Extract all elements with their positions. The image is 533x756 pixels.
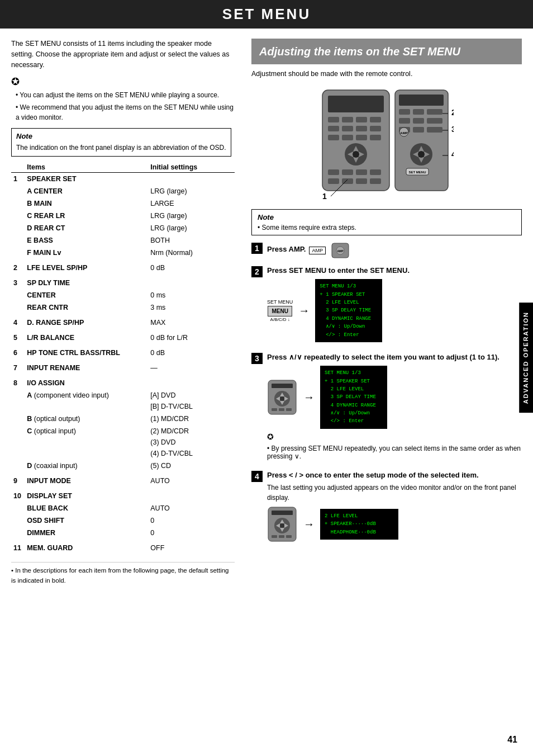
arrow-icon-2: → <box>303 391 315 404</box>
svg-rect-29 <box>399 94 444 106</box>
step-4-content: Press < / > once to enter the setup mode… <box>267 470 522 542</box>
row-val: Nrm (Normal) <box>148 247 235 259</box>
adjustment-note: Adjustment should be made with the remot… <box>251 70 522 78</box>
table-row: A CENTER LRG (large) <box>11 185 235 197</box>
row-num: 9 <box>11 472 25 487</box>
sun-icon: ✪ <box>11 75 235 88</box>
row-num: 7 <box>11 359 25 374</box>
bullet-item: You can adjust the items on the SET MENU… <box>16 90 235 100</box>
step-4-detail: The last setting you adjusted appears on… <box>267 483 522 503</box>
page-title: SET MENU <box>0 6 533 23</box>
side-tab-text: ADVANCED OPERATION <box>522 311 529 404</box>
svg-point-19 <box>353 151 359 158</box>
svg-rect-27 <box>370 178 381 184</box>
svg-rect-13 <box>370 135 381 140</box>
svg-text:3,6: 3,6 <box>451 125 454 134</box>
row-val: 0 ms <box>148 289 235 301</box>
row-item: INPUT RENAME <box>25 359 148 374</box>
svg-rect-24 <box>328 178 339 184</box>
arrow-icon-3: → <box>303 518 315 531</box>
col-header-num <box>11 162 25 173</box>
svg-rect-81 <box>286 535 292 538</box>
step-num-4: 4 <box>251 471 263 482</box>
svg-point-78 <box>280 523 284 528</box>
row-val: 3 ms <box>148 301 235 314</box>
row-val: — <box>148 359 235 374</box>
row-val: MAX <box>148 314 235 329</box>
set-menu-screen-1: SET MENU 1/3 + 1 SPEAKER SET 2 LFE LEVEL… <box>315 279 382 342</box>
svg-rect-79 <box>272 535 277 538</box>
row-item: DISPLAY SET <box>25 487 148 502</box>
svg-text:4,5: 4,5 <box>451 150 454 159</box>
note-box: Note The indication on the front panel d… <box>11 128 231 157</box>
row-item: B MAIN <box>25 197 148 210</box>
row-val: LRG (large) <box>148 210 235 222</box>
page-number: 41 <box>507 735 517 745</box>
row-item: C REAR LR <box>25 210 148 222</box>
row-val: LARGE <box>148 197 235 210</box>
row-val: 0 dB <box>148 344 235 359</box>
row-val: LRG (large) <box>148 222 235 234</box>
side-tab: ADVANCED OPERATION <box>519 303 533 413</box>
svg-rect-23 <box>370 169 381 175</box>
table-row: D (coaxial input) (5) CD <box>11 460 235 472</box>
note-label: Note <box>16 132 226 140</box>
row-val: LRG (large) <box>148 185 235 197</box>
step-3-sub-bullet: By pressing SET MENU repeatedly, you can… <box>267 445 522 460</box>
table-row: D REAR CT LRG (large) <box>11 222 235 234</box>
row-item: L/R BALANCE <box>25 329 148 344</box>
nav-remote-icon-2 <box>267 506 298 542</box>
row-item: D (coaxial input) <box>25 460 148 472</box>
row-val: [A] DVD[B] D-TV/CBL <box>148 389 235 413</box>
table-row: REAR CNTR 3 ms <box>11 301 235 314</box>
row-num: 5 <box>11 329 25 344</box>
row-item: REAR CNTR <box>25 301 148 314</box>
row-item: C (optical input) <box>25 425 148 460</box>
svg-rect-80 <box>279 535 284 538</box>
step-2: 2 Press SET MENU to enter the SET MENU. … <box>251 266 522 346</box>
table-row: 3 SP DLY TIME <box>11 274 235 289</box>
svg-rect-5 <box>370 117 381 122</box>
svg-rect-69 <box>279 408 284 411</box>
svg-rect-2 <box>328 117 339 122</box>
note-content: The indication on the front panel displa… <box>16 143 226 153</box>
tip-sun-icon: ✪ <box>267 432 522 441</box>
row-item: INPUT MODE <box>25 472 148 487</box>
svg-text:AMP: AMP <box>337 249 344 253</box>
row-val: AUTO <box>148 472 235 487</box>
step-num-1: 1 <box>251 243 263 254</box>
table-row: 4 D. RANGE SP/HP MAX <box>11 314 235 329</box>
amp-badge: AMP <box>309 247 326 254</box>
table-row: 5 L/R BALANCE 0 dB for L/R <box>11 329 235 344</box>
note-right-list: Some items require extra steps. <box>258 224 516 231</box>
row-item: D REAR CT <box>25 222 148 234</box>
table-row: F MAIN Lv Nrm (Normal) <box>11 247 235 259</box>
row-item: BLUE BACK <box>25 502 148 514</box>
row-num: 8 <box>11 374 25 389</box>
svg-rect-12 <box>356 135 367 140</box>
step-4-screen-row: → 2 LFE LEVEL + SPEAKER·····0dB HEADPHON… <box>267 506 522 542</box>
table-row: A (component video input) [A] DVD[B] D-T… <box>11 389 235 413</box>
row-num: 2 <box>11 259 25 274</box>
step-1: 1 Press AMP. AMP AMP <box>251 242 522 259</box>
bullet-list: You can adjust the items on the SET MENU… <box>11 90 235 122</box>
col-header-settings: Initial settings <box>148 162 235 173</box>
step-2-text: Press SET MENU to enter the SET MENU. <box>267 266 522 276</box>
row-item: I/O ASSIGN <box>25 374 148 389</box>
table-row: E BASS BOTH <box>11 234 235 247</box>
table-row: CENTER 0 ms <box>11 289 235 301</box>
svg-text:SET MENU: SET MENU <box>408 171 426 174</box>
svg-rect-72 <box>272 511 293 515</box>
row-item: HP TONE CTRL BASS/TRBL <box>25 344 148 359</box>
svg-text:2: 2 <box>451 108 454 117</box>
svg-rect-26 <box>356 178 367 184</box>
bullet-item: We recommend that you adjust the items o… <box>16 102 235 122</box>
step-num-2: 2 <box>251 266 263 277</box>
table-row: B MAIN LARGE <box>11 197 235 210</box>
svg-rect-9 <box>370 126 381 131</box>
svg-rect-10 <box>328 135 339 140</box>
row-val: 0 <box>148 527 235 539</box>
table-row: C (optical input) (2) MD/CDR(3) DVD(4) D… <box>11 425 235 460</box>
section-heading: Adjusting the items on the SET MENU <box>251 39 522 64</box>
svg-rect-68 <box>272 408 277 411</box>
